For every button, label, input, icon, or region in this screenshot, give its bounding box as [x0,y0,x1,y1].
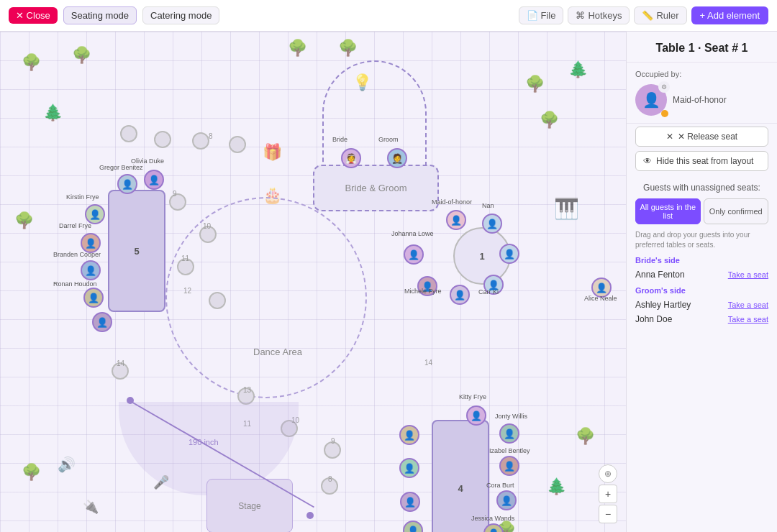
table-4[interactable]: 4 [432,420,489,532]
seat-t5-1[interactable]: 👤 [144,170,164,190]
empty-seat[interactable] [112,362,129,380]
guest-john-doe: John Doe [635,314,672,324]
zoom-out-button[interactable]: − [599,505,617,523]
empty-seat[interactable] [154,131,171,148]
seat-t4-4[interactable]: 👤 [496,490,517,510]
toolbar-right: 📄 File ⌘ Hotkeys 📏 Ruler + Add element [519,6,768,24]
guests-unassigned-title: Guests with unassigned seats: [635,183,768,193]
speaker-icon: 🔊 [58,456,76,473]
tab-all-guests[interactable]: All guests in the list [635,198,701,224]
drag-hint: Drag and drop your guests into your pref… [635,230,768,250]
plug-icon: 🔌 [83,499,99,515]
tree-decoration: 🌳 [14,211,34,230]
seat-t4-10[interactable]: 👤 [399,425,419,445]
occupied-by-label: Occupied by: [635,70,768,78]
grooms-side-label: Groom's side [635,286,768,295]
gift-icon: 🎁 [263,143,282,162]
file-button[interactable]: 📄 File [519,6,564,24]
ruler-button[interactable]: 📏 Ruler [634,6,686,24]
take-seat-ashley[interactable]: Take a seat [728,301,768,309]
gear-icon[interactable]: ⚙ [658,81,670,93]
seat-t4-1[interactable]: 👤 [466,405,486,426]
dance-area-circle [165,197,367,398]
seat-t5-4[interactable]: 👤 [81,233,101,253]
tree-decoration: 🌲 [568,60,588,79]
seat-t5-3-label: Kirstin Frye [66,193,99,201]
tree-decoration: 🌳 [72,46,91,65]
empty-seat[interactable] [199,226,217,243]
seat-t1-6[interactable]: 👤 [417,276,437,296]
release-seat-button[interactable]: ✕ ✕ Release seat [635,127,768,147]
eye-icon: 👁 [643,156,652,166]
seat-t1-4[interactable]: 👤 [483,275,504,295]
tree-decoration: 🌳 [540,111,559,129]
empty-seat[interactable] [321,477,338,495]
canvas[interactable]: 🌳 🌳 🌲 🌳 🌳 🌳 🌲 🌳 🌳 🌳 🌲 🌳 🌳 🌳 🎁 🎂 💡 Bride … [0,32,626,532]
empty-seat[interactable] [120,125,137,142]
alice-neale-seat[interactable]: 👤 [591,278,612,298]
guest-ashley-hartley: Ashley Hartley [635,300,691,310]
sidebar: Table 1 · Seat # 1 Occupied by: ⚙ 👤 Maid… [626,32,777,532]
seat-t4-2[interactable]: 👤 [499,423,519,444]
empty-seat[interactable] [209,292,226,309]
empty-seat[interactable] [324,441,341,459]
guests-section: Guests with unassigned seats: All guests… [627,177,777,332]
seat-t1-5[interactable]: 👤 [450,285,470,305]
seat-t4-2-label: Jonty Willis [495,413,527,420]
tree-decoration: 🌳 [338,39,358,58]
seat-t4-1-label: Kitty Frye [459,393,486,400]
tab-row: All guests in the list Only confirmed [635,198,768,224]
seat-t5-2-label: Gregor Benitez [99,164,143,171]
empty-seat[interactable] [169,193,186,211]
take-seat-john[interactable]: Take a seat [728,315,768,324]
piano-icon: 🎹 [554,197,579,221]
seat-t4-9[interactable]: 👤 [399,458,419,478]
empty-seat[interactable] [192,132,209,150]
ruler-icon: 📏 [642,10,653,21]
seat-t1-7[interactable]: 👤 [404,244,424,265]
bride-seat[interactable]: 👰 [341,148,361,168]
dance-area-label: Dance Area [253,347,302,357]
hide-layout-button[interactable]: 👁 Hide this seat from layout [635,151,768,171]
seat-t4-7[interactable]: 👤 [403,520,423,532]
tree-decoration: 🌳 [22,463,41,482]
catering-mode-button[interactable]: Catering mode [142,6,219,24]
tree-decoration: 🌲 [547,477,566,496]
close-button[interactable]: ✕ Close [9,7,58,24]
seat-t5-5[interactable]: 👤 [81,260,101,280]
tree-decoration: 🌳 [525,75,545,93]
seat-t1-2[interactable]: 👤 [482,214,502,234]
seat-t5-6[interactable]: 👤 [83,288,104,308]
tree-decoration: 🌳 [576,427,595,446]
seat-t5-2[interactable]: 👤 [117,174,137,194]
release-icon: ✕ [666,132,673,142]
guest-name-tag: Maid-of-honor [673,95,727,105]
seating-mode-button[interactable]: Seating mode [63,6,137,24]
bride-groom-table[interactable]: Bride & Groom [313,165,439,211]
seat-t5-3[interactable]: 👤 [85,204,105,224]
status-dot [661,110,668,117]
take-seat-anna[interactable]: Take a seat [728,270,768,279]
hotkeys-button[interactable]: ⌘ Hotkeys [568,6,630,24]
seat-t4-3[interactable]: 👤 [499,456,519,476]
seat-t1-1[interactable]: 👤 [446,210,466,230]
seat-t4-8[interactable]: 👤 [400,492,420,512]
occupied-row: ⚙ 👤 Maid-of-honor [635,84,768,116]
guest-row: Anna Fenton Take a seat [635,267,768,282]
seat-t5-1-label: Olivia Duke [131,157,164,165]
seat-t5-7[interactable]: 👤 [92,312,112,332]
empty-seat[interactable] [177,258,194,275]
measure-label: 190 inch [188,438,219,446]
brides-side-label: Bride's side [635,256,768,265]
seat-t1-3[interactable]: 👤 [499,244,519,264]
empty-seat[interactable] [229,136,246,153]
tab-confirmed[interactable]: Only confirmed [704,198,769,224]
table-5[interactable]: 5 [108,190,165,312]
guest-row: John Doe Take a seat [635,312,768,326]
tree-decoration: 🌳 [22,53,41,72]
zoom-in-button[interactable]: + [599,485,617,503]
measure-end-dot [306,512,314,519]
groom-seat[interactable]: 🤵 [387,148,407,168]
compass-button[interactable]: ⊕ [599,464,617,483]
add-element-button[interactable]: + Add element [691,6,768,24]
